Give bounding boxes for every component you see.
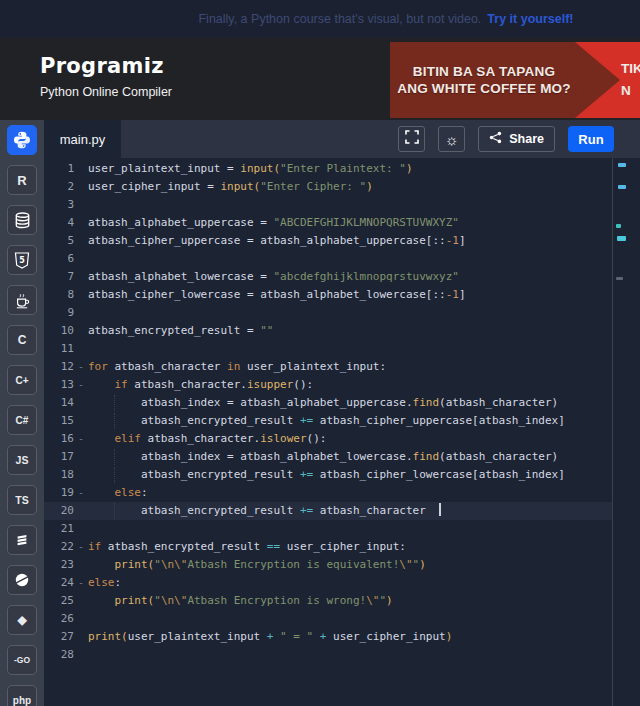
sidebar-item-typescript[interactable]: TS <box>7 485 37 515</box>
editor-panel: main.py ☼ <box>44 120 640 706</box>
code-text[interactable]: if atbash_encrypted_result == user_ciphe… <box>88 538 406 556</box>
code-line-14[interactable]: 14 atbash_index = atbash_alphabet_upperc… <box>44 394 612 412</box>
sidebar-item-ruby[interactable]: ◆ <box>7 605 37 635</box>
sidebar-item-php[interactable]: php <box>7 685 37 706</box>
programiz-logo[interactable]: Programiz <box>40 54 164 78</box>
code-text[interactable]: if atbash_character.isupper(): <box>88 376 313 394</box>
code-line-22[interactable]: 22-if atbash_encrypted_result == user_ci… <box>44 538 612 556</box>
fold-marker[interactable]: - <box>74 376 88 394</box>
code-line-21[interactable]: 21 <box>44 520 612 538</box>
fold-gutter <box>74 322 88 340</box>
share-button[interactable]: Share <box>478 126 555 152</box>
code-line-11[interactable]: 11 <box>44 340 612 358</box>
fold-marker[interactable]: - <box>74 484 88 502</box>
fullscreen-button[interactable] <box>398 126 425 152</box>
share-label: Share <box>509 132 544 146</box>
sidebar-item-javascript[interactable]: JS <box>7 445 37 475</box>
code-editor[interactable]: 1user_plaintext_input = input("Enter Pla… <box>44 158 640 706</box>
editor-toolbar: main.py ☼ <box>44 120 640 158</box>
code-line-4[interactable]: 4atbash_alphabet_uppercase = "ABCDEFGHIJ… <box>44 214 612 232</box>
sidebar-item-swift[interactable] <box>7 565 37 595</box>
code-line-25[interactable]: 25 print("\n\"Atbash Encryption is wrong… <box>44 592 612 610</box>
sidebar-item-sql[interactable] <box>7 205 37 235</box>
line-number: 26 <box>44 610 74 628</box>
line-number: 22 <box>44 538 74 556</box>
fold-gutter <box>74 466 88 484</box>
code-line-26[interactable]: 26 <box>44 610 612 628</box>
code-line-16[interactable]: 16- elif atbash_character.islower(): <box>44 430 612 448</box>
sidebar-item-scala[interactable] <box>7 525 37 555</box>
sidebar-item-r[interactable]: R <box>7 165 37 195</box>
code-line-6[interactable]: 6 <box>44 250 612 268</box>
code-text[interactable]: atbash_index = atbash_alphabet_lowercase… <box>88 448 558 466</box>
minimap[interactable] <box>613 158 640 706</box>
code-line-13[interactable]: 13- if atbash_character.isupper(): <box>44 376 612 394</box>
app-header: Programiz Python Online Compiler BITIN B… <box>0 38 640 120</box>
code-line-10[interactable]: 10atbash_encrypted_result = "" <box>44 322 612 340</box>
line-number: 7 <box>44 268 74 286</box>
sidebar-item-java[interactable] <box>7 285 37 315</box>
line-number: 24 <box>44 574 74 592</box>
code-line-2[interactable]: 2user_cipher_input = input("Enter Cipher… <box>44 178 612 196</box>
sidebar-item-python[interactable] <box>7 125 37 155</box>
code-line-8[interactable]: 8atbash_cipher_lowercase = atbash_alphab… <box>44 286 612 304</box>
code-text[interactable]: atbash_alphabet_lowercase = "abcdefghijk… <box>88 268 459 286</box>
java-icon <box>14 292 30 309</box>
fold-marker[interactable]: - <box>74 574 88 592</box>
fold-marker[interactable]: - <box>74 538 88 556</box>
sidebar-item-go[interactable]: -GO <box>7 645 37 675</box>
code-line-28[interactable]: 28 <box>44 646 612 664</box>
code-text[interactable]: else: <box>88 484 148 502</box>
line-number: 9 <box>44 304 74 322</box>
code-line-19[interactable]: 19- else: <box>44 484 612 502</box>
fold-marker[interactable]: - <box>74 430 88 448</box>
code-line-23[interactable]: 23 print("\n\"Atbash Encryption is equiv… <box>44 556 612 574</box>
code-text[interactable]: print("\n\"Atbash Encryption is wrong!\"… <box>88 592 393 610</box>
code-text[interactable]: atbash_encrypted_result += atbash_cipher… <box>88 466 565 484</box>
code-line-15[interactable]: 15 atbash_encrypted_result += atbash_cip… <box>44 412 612 430</box>
indent-guide <box>114 449 115 465</box>
code-text[interactable]: for atbash_character in user_plaintext_i… <box>88 358 386 376</box>
code-text[interactable]: atbash_encrypted_result = "" <box>88 322 273 340</box>
code-line-7[interactable]: 7atbash_alphabet_lowercase = "abcdefghij… <box>44 268 612 286</box>
code-text[interactable]: print("\n\"Atbash Encryption is equivale… <box>88 556 426 574</box>
code-text[interactable]: else: <box>88 574 121 592</box>
code-text[interactable]: atbash_encrypted_result += atbash_cipher… <box>88 412 565 430</box>
run-button[interactable]: Run <box>568 126 614 152</box>
code-line-3[interactable]: 3 <box>44 196 612 214</box>
code-text[interactable]: atbash_cipher_lowercase = atbash_alphabe… <box>88 286 466 304</box>
theme-toggle-button[interactable]: ☼ <box>438 126 465 152</box>
code-line-1[interactable]: 1user_plaintext_input = input("Enter Pla… <box>44 160 612 178</box>
code-line-27[interactable]: 27print(user_plaintext_input + " = " + u… <box>44 628 612 646</box>
code-text[interactable]: atbash_index = atbash_alphabet_uppercase… <box>88 394 558 412</box>
sidebar-item-csharp[interactable]: C# <box>7 405 37 435</box>
code-text[interactable]: user_plaintext_input = input("Enter Plai… <box>88 160 413 178</box>
code-line-9[interactable]: 9 <box>44 304 612 322</box>
fold-gutter <box>74 214 88 232</box>
code-text[interactable]: user_cipher_input = input("Enter Cipher:… <box>88 178 373 196</box>
fold-gutter <box>74 160 88 178</box>
code-line-20[interactable]: 20 atbash_encrypted_result += atbash_cha… <box>44 502 612 520</box>
promo-link[interactable]: Try it yourself! <box>487 12 573 26</box>
code-text[interactable]: print(user_plaintext_input + " = " + use… <box>88 628 452 646</box>
workspace: R5CC+C#JSTS◆-GOphp main.py ☼ <box>0 120 640 706</box>
code-line-24[interactable]: 24-else: <box>44 574 612 592</box>
code-text[interactable]: atbash_alphabet_uppercase = "ABCDEFGHIJK… <box>88 214 459 232</box>
tab-main-py[interactable]: main.py <box>44 120 121 158</box>
fold-gutter <box>74 412 88 430</box>
python-icon <box>12 130 32 150</box>
sidebar-item-c[interactable]: C <box>7 325 37 355</box>
ad-banner[interactable]: BITIN BA SA TAPANG ANG WHITE COFFEE MO? … <box>390 42 640 118</box>
code-text[interactable]: atbash_cipher_uppercase = atbash_alphabe… <box>88 232 466 250</box>
code-line-5[interactable]: 5atbash_cipher_uppercase = atbash_alphab… <box>44 232 612 250</box>
sidebar-item-html[interactable]: 5 <box>7 245 37 275</box>
code-line-12[interactable]: 12-for atbash_character in user_plaintex… <box>44 358 612 376</box>
scala-icon <box>15 533 29 548</box>
line-number: 4 <box>44 214 74 232</box>
code-text[interactable]: elif atbash_character.islower(): <box>88 430 326 448</box>
fold-marker[interactable]: - <box>74 358 88 376</box>
code-line-17[interactable]: 17 atbash_index = atbash_alphabet_lowerc… <box>44 448 612 466</box>
code-line-18[interactable]: 18 atbash_encrypted_result += atbash_cip… <box>44 466 612 484</box>
sidebar-item-cpp[interactable]: C+ <box>7 365 37 395</box>
code-text[interactable]: atbash_encrypted_result += atbash_charac… <box>88 502 441 520</box>
